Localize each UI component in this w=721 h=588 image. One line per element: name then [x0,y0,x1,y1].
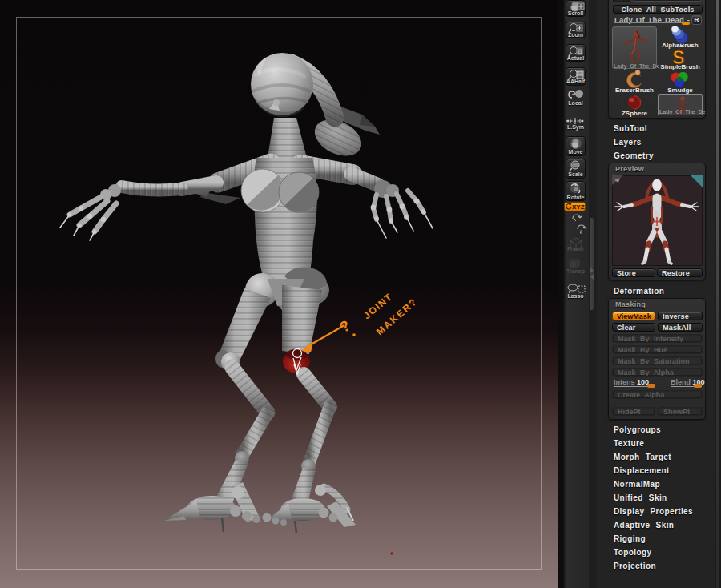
svg-text:?: ? [336,316,353,336]
svg-text:S: S [672,47,684,68]
